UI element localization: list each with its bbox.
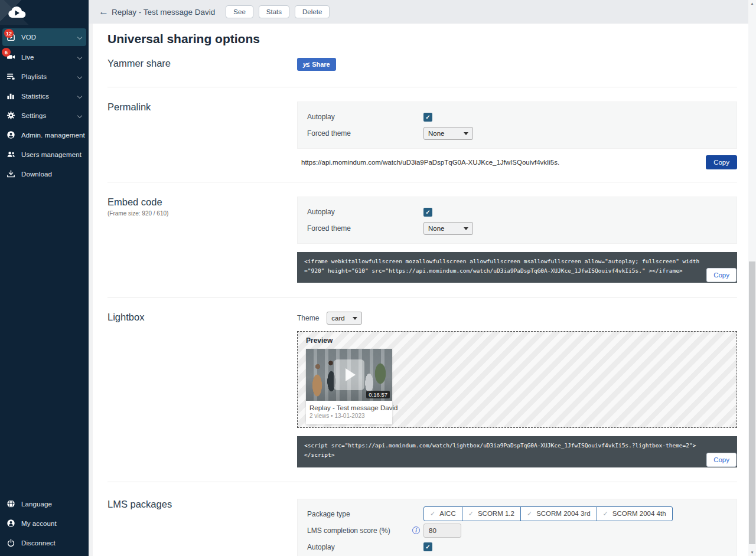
lms-completion-score-input[interactable] [423, 524, 461, 538]
lightbox-theme-select[interactable]: card [327, 312, 362, 325]
sidebar-item-label: Admin. management [21, 132, 85, 139]
statistics-icon [6, 91, 15, 101]
settings-icon [6, 111, 15, 120]
sidebar-item-statistics[interactable]: Statistics [0, 86, 89, 106]
embed-frame-size-note: (Frame size: 920 / 610) [107, 210, 297, 217]
content-wrap: Universal sharing options Yammer share S… [89, 24, 756, 556]
see-button[interactable]: See [226, 5, 253, 18]
app-root: 12 VOD 6 Live Playlists [0, 0, 756, 556]
power-icon [6, 538, 15, 548]
permalink-url: https://api.momindum.com/watch/uD3ia9PaD… [297, 159, 706, 166]
forced-theme-label: Forced theme [307, 129, 423, 138]
logo-area[interactable] [0, 0, 89, 25]
chevron-down-icon [78, 114, 84, 117]
lms-completion-score-label: LMS completion score (%) [307, 526, 390, 535]
chevron-down-icon [78, 75, 84, 79]
lightbox-code-block: <script src="https://api.momindum.com/wa… [297, 436, 737, 467]
permalink-section: Permalink Autoplay Forced theme None [107, 87, 737, 182]
playlists-icon [6, 72, 15, 81]
embed-copy-button[interactable]: Copy [706, 268, 737, 282]
sidebar-item-label: Disconnect [21, 539, 84, 547]
sidebar-item-admin-management[interactable]: Admin. management [0, 125, 89, 145]
live-count-badge: 6 [2, 48, 11, 57]
forced-theme-selected-value: None [428, 130, 445, 137]
duration-badge: 0:16:57 [366, 391, 390, 398]
embed-options-panel: Autoplay Forced theme None [297, 197, 737, 244]
forced-theme-selected-value: None [428, 225, 445, 232]
cloud-play-logo-icon [5, 4, 28, 23]
users-icon [6, 150, 15, 159]
forced-theme-select[interactable]: None [423, 222, 473, 235]
vertical-scrollbar[interactable] [748, 0, 756, 556]
autoplay-checkbox[interactable] [423, 542, 432, 551]
embed-code-text: <iframe webkitallowfullscreen mozallowfu… [304, 258, 699, 274]
chevron-down-icon [78, 55, 84, 59]
main-area: Replay - Test message David See Stats De… [89, 0, 756, 556]
delete-button[interactable]: Delete [295, 5, 330, 18]
package-type-label: Package type [307, 510, 423, 518]
sidebar-nav: 12 VOD 6 Live Playlists [0, 25, 89, 494]
package-type-scorm12-button[interactable]: SCORM 1.2 [462, 506, 521, 521]
scrollbar-up-arrow-icon[interactable] [748, 0, 756, 7]
lightbox-copy-button[interactable]: Copy [706, 453, 737, 467]
autoplay-label: Autoplay [307, 208, 423, 216]
permalink-options-panel: Autoplay Forced theme None [297, 102, 737, 149]
play-icon [334, 359, 364, 390]
lms-options-panel: Package type AICC SCORM 1.2 SCORM 2004 3… [297, 499, 737, 556]
lms-packages-heading: LMS packages [107, 499, 297, 510]
lightbox-preview-box: Preview 0:16:57 Replay - Test message Da… [297, 331, 737, 428]
sidebar: 12 VOD 6 Live Playlists [0, 0, 89, 556]
sidebar-item-playlists[interactable]: Playlists [0, 67, 89, 86]
package-type-scorm2004-4th-button[interactable]: SCORM 2004 4th [597, 506, 673, 521]
admin-icon [6, 130, 15, 140]
yammer-share-heading: Yammer share [107, 58, 297, 69]
sidebar-item-label: Statistics [21, 93, 78, 100]
sidebar-item-label: Live [21, 54, 78, 61]
sidebar-item-download[interactable]: Download [0, 164, 89, 184]
autoplay-label: Autoplay [307, 113, 423, 121]
embed-code-block: <iframe webkitallowfullscreen mozallowfu… [297, 252, 737, 283]
lightbox-theme-selected-value: card [331, 315, 344, 322]
autoplay-checkbox[interactable] [423, 208, 432, 217]
permalink-copy-button[interactable]: Copy [706, 155, 737, 169]
embed-code-heading: Embed code [107, 197, 297, 208]
globe-icon [6, 499, 15, 509]
package-type-aicc-button[interactable]: AICC [423, 506, 462, 521]
sidebar-item-label: Download [21, 171, 84, 178]
yammer-share-section: Yammer share Share [107, 54, 737, 87]
sidebar-item-my-account[interactable]: My account [0, 514, 89, 533]
lms-packages-section: LMS packages Package type AICC SCORM 1.2… [107, 482, 737, 556]
yammer-share-button[interactable]: Share [297, 58, 336, 71]
sidebar-item-disconnect[interactable]: Disconnect [0, 533, 89, 552]
chevron-down-icon [78, 35, 84, 39]
package-type-group: AICC SCORM 1.2 SCORM 2004 3rd SCORM 2004… [423, 506, 673, 521]
back-arrow-icon[interactable] [99, 6, 110, 18]
media-title: Replay - Test message David [112, 8, 215, 17]
autoplay-checkbox[interactable] [423, 113, 432, 122]
sidebar-item-settings[interactable]: Settings [0, 106, 89, 125]
account-icon [6, 519, 15, 528]
yammer-icon [303, 61, 309, 68]
sidebar-item-language[interactable]: Language [0, 494, 89, 514]
lightbox-heading: Lightbox [107, 312, 297, 323]
sidebar-item-vod[interactable]: 12 VOD [2, 28, 86, 46]
sidebar-item-label: Language [21, 501, 84, 508]
scrollbar-thumb[interactable] [749, 261, 755, 544]
scrollbar-down-arrow-icon[interactable] [748, 549, 756, 556]
lightbox-section: Lightbox Theme card Preview [107, 297, 737, 482]
package-type-scorm2004-3rd-button[interactable]: SCORM 2004 3rd [520, 506, 597, 521]
preview-label: Preview [306, 336, 728, 345]
video-preview-card[interactable]: 0:16:57 Replay - Test message David 2 vi… [306, 349, 392, 424]
video-card-title: Replay - Test message David [306, 401, 392, 413]
forced-theme-select[interactable]: None [423, 127, 473, 140]
info-icon[interactable] [412, 526, 420, 534]
permalink-heading: Permalink [107, 102, 297, 113]
sidebar-item-users-management[interactable]: Users management [0, 145, 89, 164]
autoplay-label: Autoplay [307, 543, 423, 551]
stats-button[interactable]: Stats [259, 5, 289, 18]
sidebar-item-label: Users management [21, 151, 84, 158]
sidebar-item-live[interactable]: 6 Live [0, 47, 89, 67]
lightbox-theme-label: Theme [297, 314, 319, 322]
page-title: Universal sharing options [107, 24, 737, 46]
embed-code-section: Embed code (Frame size: 920 / 610) Autop… [107, 182, 737, 297]
